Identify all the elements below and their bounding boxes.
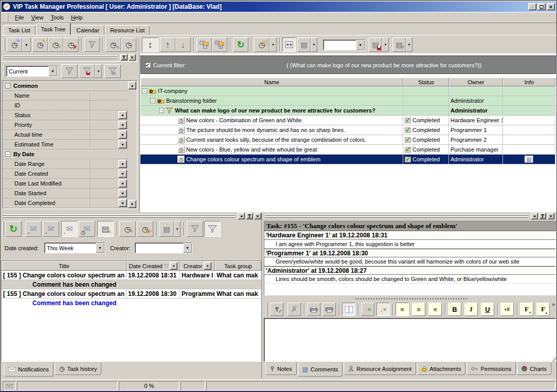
toolbar-grip[interactable] (4, 65, 5, 77)
decrease-font-button[interactable]: F▼ (520, 303, 533, 316)
filter-row-name[interactable]: Name (3, 91, 128, 101)
move-down-button[interactable]: ↓ (175, 38, 191, 52)
grid-layout-dropdown[interactable]: ▾ (311, 38, 317, 52)
pin-panel-button[interactable] (246, 213, 253, 219)
notification-row[interactable]: [ 155 ] Change colors colour spectrum an… (2, 271, 261, 280)
toolbar-grip[interactable] (3, 222, 4, 237)
collapse-icon[interactable]: − (142, 88, 147, 94)
tab-task-list[interactable]: Task List (3, 25, 35, 35)
tab-resource-assignment[interactable]: Resource Assignment (344, 363, 416, 375)
print-preview-button[interactable] (307, 303, 320, 316)
layout-preset-combo[interactable]: ▼ (323, 40, 365, 50)
filter-dropdown-button[interactable]: ▼ (204, 262, 211, 270)
chevron-down-icon[interactable]: ▼ (96, 243, 104, 253)
split-view-button[interactable] (342, 303, 355, 316)
filter-row-actual-time[interactable]: Actual time▼ (3, 130, 128, 140)
refresh-notifications-button[interactable]: ↻ (5, 221, 22, 237)
date-created-combo[interactable]: This Week ▼ (44, 242, 105, 253)
grid-layout-button[interactable]: ▤ (297, 38, 311, 52)
move-updown-button[interactable]: ↕ (142, 38, 158, 52)
title-bar[interactable]: ✔ VIP Task Manager Professional [ User: … (2, 2, 556, 12)
close-panel-button[interactable]: × (129, 54, 136, 61)
task-notification-button[interactable]: ✉◷ (79, 221, 95, 237)
save-layout-button[interactable]: ▤ (369, 38, 382, 52)
save-layout-dropdown[interactable]: ▾ (382, 38, 389, 52)
dropdown-button[interactable]: ▼ (118, 199, 127, 207)
save-filter-dropdown[interactable]: ▾ (95, 64, 102, 78)
task-list-view-button[interactable]: ◷≡ (105, 38, 121, 52)
column-header-status[interactable]: Status (403, 78, 449, 86)
show-unread-toggle[interactable]: ✉• (61, 221, 78, 237)
dropdown-button[interactable]: ▼ (118, 179, 127, 188)
resize-grip[interactable]: ⁄⁄ (553, 357, 555, 364)
mark-all-read-button[interactable]: ✉• (43, 221, 59, 237)
panel-grip[interactable] (265, 214, 528, 216)
sort-descending-button[interactable]: ↓≡ (376, 303, 390, 316)
filter-preset-combo[interactable]: Current ▼ (6, 66, 58, 77)
tab-notifications[interactable]: Notifications (4, 363, 53, 377)
filter-group-common[interactable]: −Common (3, 81, 128, 91)
show-description-toggle[interactable]: ▤✎ (97, 221, 114, 237)
column-header-name[interactable]: Name (140, 78, 403, 86)
column-header-task-group[interactable]: Task group (215, 261, 261, 271)
edit-task-button[interactable]: ◷✎ (32, 38, 48, 52)
panel-grip[interactable] (3, 214, 235, 216)
new-task-button[interactable]: ◷✎ (7, 38, 22, 52)
comments-info-icon[interactable]: ▤ (525, 156, 533, 163)
comment-editor-area[interactable] (264, 318, 556, 362)
filter-row-status[interactable]: Status▼ (3, 110, 128, 120)
close-button[interactable]: × (547, 3, 555, 10)
scroll-down-button[interactable]: ▼ (128, 200, 136, 208)
notif-layout-dropdown[interactable]: ▾ (174, 221, 181, 237)
delete-layout-button[interactable]: ▤✗ (392, 38, 406, 52)
tree-row-task[interactable]: ◷New colors - Combination of Green and W… (140, 116, 555, 125)
copy-paste-dropdown[interactable]: ▾ (269, 38, 277, 52)
column-header-title[interactable]: Title (2, 261, 127, 271)
tree-row-task[interactable]: ◷Current variant looks silly, becouse of… (140, 135, 555, 145)
fit-columns-button[interactable] (282, 38, 296, 52)
collapse-icon[interactable]: − (5, 152, 10, 157)
column-header-creator[interactable]: Creator▼ (180, 261, 215, 271)
creator-combo[interactable]: ▼ (135, 242, 192, 253)
align-center-button[interactable]: ≡ (412, 303, 425, 316)
minimize-button[interactable]: _ (528, 3, 536, 10)
filter-dropdown-button[interactable]: ▼ (170, 262, 177, 270)
toolbar-grip[interactable] (266, 303, 267, 316)
filter-row-date-range[interactable]: Date Range▼ (3, 159, 128, 169)
collapse-icon[interactable]: − (150, 98, 155, 103)
column-header-date-created[interactable]: Date Created▽▼ (127, 261, 180, 271)
tab-calendar[interactable]: Calendar (71, 25, 104, 35)
toolbar-overflow-chevron[interactable]: » (552, 301, 555, 307)
select-task-button[interactable]: ◷☛ (137, 221, 153, 237)
tab-resource-list[interactable]: Resource List (105, 25, 150, 35)
bold-button[interactable]: B (448, 303, 461, 316)
filter-row-estimated-time[interactable]: Estimated Time▼ (3, 140, 128, 150)
menu-view[interactable]: View (28, 13, 47, 22)
menu-file[interactable]: File (11, 13, 28, 22)
menu-help[interactable]: Help (67, 13, 86, 22)
undock-panel-button[interactable]: ◄ (531, 213, 538, 219)
tree-row-it-company[interactable]: −IT-company (140, 86, 555, 96)
menu-grip[interactable] (7, 13, 8, 22)
new-task-dropdown[interactable]: ▼ (22, 38, 31, 52)
column-header-info[interactable]: Info (503, 78, 555, 86)
filter-panel-toggle[interactable] (204, 221, 221, 237)
filter-group-by-date[interactable]: −By Date (3, 150, 128, 159)
pin-panel-button[interactable] (539, 213, 546, 219)
tab-task-tree[interactable]: Task Tree (36, 23, 71, 35)
collapse-icon[interactable]: − (159, 108, 164, 113)
panel-grip[interactable] (265, 216, 528, 218)
delete-task-button[interactable]: ◷✗ (63, 38, 79, 52)
chevron-down-icon[interactable]: ▼ (356, 40, 365, 50)
expand-all-button[interactable] (212, 38, 227, 52)
italic-button[interactable]: I (464, 303, 478, 316)
tree-row-task[interactable]: ◷The picture should be more dynamic and … (140, 125, 555, 135)
pin-panel-button[interactable] (120, 54, 128, 61)
duplicate-task-button[interactable]: ◷✎ (48, 38, 63, 52)
filter-scrollbar[interactable]: ▲ ▼ (128, 81, 136, 208)
panel-grip[interactable] (4, 58, 118, 59)
tree-row-task-selected[interactable]: ◷Change colors colour spectrum and shape… (140, 155, 555, 164)
sort-ascending-button[interactable]: ↑≡ (361, 303, 374, 316)
filter-row-id[interactable]: ID (3, 101, 128, 110)
clear-filter-button[interactable] (104, 64, 121, 78)
